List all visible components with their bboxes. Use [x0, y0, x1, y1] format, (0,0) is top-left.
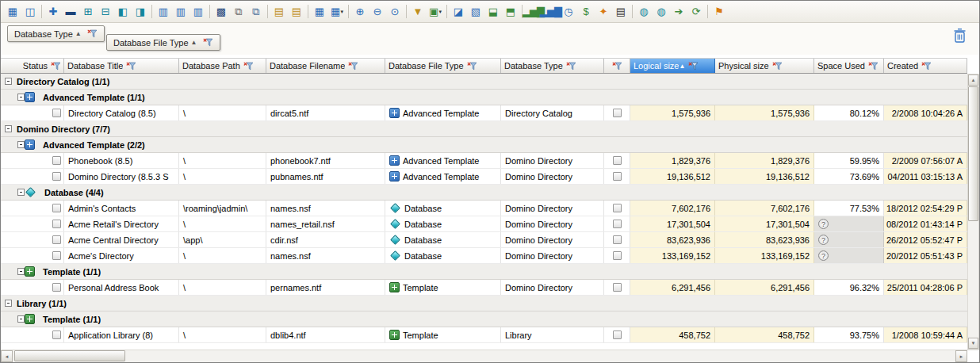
group-tab-database-type[interactable]: Database Type ▲ [7, 25, 105, 42]
table-row[interactable]: Application Library (8) \ dblib4.ntf Tem… [1, 327, 967, 343]
table-row[interactable]: Acme's Directory \ names.nsf Database Do… [1, 248, 967, 264]
trash-button[interactable] [951, 26, 968, 45]
row-checkbox[interactable] [52, 283, 61, 292]
row-checkbox[interactable] [52, 251, 61, 260]
scroll-left-button[interactable]: ◄ [1, 350, 13, 362]
collapse-toggle[interactable] [17, 94, 25, 101]
filter-icon[interactable] [612, 62, 622, 71]
split-view-icon[interactable]: ◫ [21, 3, 39, 21]
shift-right-icon[interactable]: ◨ [132, 3, 149, 21]
column-header-database-title[interactable]: Database Title [64, 59, 179, 73]
console-icon[interactable]: ▤ [612, 3, 630, 21]
filter-icon[interactable] [772, 62, 783, 71]
collapse-toggle[interactable] [5, 300, 12, 307]
row-checkbox[interactable] [52, 331, 61, 339]
freeze-columns-icon[interactable]: ▥ [155, 3, 172, 21]
flag-checkbox[interactable] [613, 156, 622, 165]
scroll-right-button[interactable]: ► [955, 350, 967, 362]
filter-icon[interactable] [348, 62, 358, 71]
table-row[interactable]: Phonebook (8.5) \ phonebook7.ntf Advance… [1, 153, 967, 169]
column-header-database-file-type[interactable]: Database File Type [385, 59, 501, 73]
column-header-database-filename[interactable]: Database Filename [266, 59, 385, 73]
table-row[interactable]: Personal Address Book \ pernames.ntf Tem… [1, 280, 967, 296]
flag-checkbox[interactable] [613, 251, 622, 260]
table-row[interactable]: Admin's Contacts \roaming\jadmin\ names.… [1, 201, 967, 216]
filter-icon[interactable] [868, 62, 879, 71]
collapse-toggle[interactable] [5, 125, 12, 132]
table-report-icon[interactable]: ▦ [311, 3, 328, 21]
table-row[interactable]: Advanced Template (2/2) [1, 137, 967, 153]
flag-checkbox[interactable] [613, 172, 622, 181]
column-header-status[interactable]: Status [1, 59, 64, 73]
vertical-scroll-thumb[interactable] [968, 86, 978, 221]
expand-all-icon[interactable]: ⊞ [79, 3, 97, 21]
table-row[interactable]: Directory Catalog (8.5) \ dircat5.ntf Ad… [1, 105, 967, 121]
refresh-icon[interactable]: ⟳ [687, 3, 705, 21]
flag-checkbox[interactable] [613, 204, 622, 212]
export-grid-icon[interactable]: ◪ [450, 3, 467, 21]
table-row[interactable]: Library (1/1) [1, 296, 967, 311]
table-row[interactable]: Database (4/4) [1, 185, 967, 201]
filter-icon[interactable] [566, 62, 576, 71]
send-icon[interactable]: ➔ [670, 3, 687, 21]
filter-funnel-icon[interactable]: ▼ [409, 3, 427, 21]
table-row[interactable]: Template (1/1) [1, 311, 967, 327]
row-checkbox[interactable] [52, 172, 61, 181]
copy-icon[interactable]: ⧉ [230, 3, 247, 21]
flag-checkbox[interactable] [613, 109, 622, 117]
flag-checkbox[interactable] [613, 220, 622, 228]
row-checkbox[interactable] [52, 109, 61, 117]
column-header-flag[interactable] [604, 59, 630, 73]
zoom-reset-icon[interactable]: ⊙ [386, 3, 404, 21]
shift-left-icon[interactable]: ◧ [114, 3, 132, 21]
add-icon[interactable]: ✚ [44, 3, 62, 21]
paste-icon[interactable]: ⧉ [247, 3, 265, 21]
chart-bars-alt-icon[interactable]: ▂▅▇ [542, 3, 560, 21]
table-row[interactable]: Template (1/1) [1, 264, 967, 280]
table-menu-icon[interactable]: ▦▾ [328, 3, 346, 21]
vertical-scroll-track[interactable]: ▲ ▼ [967, 74, 979, 350]
table-row[interactable]: Directory Catalog (1/1) [1, 74, 967, 90]
flag-checkbox[interactable] [613, 331, 622, 339]
table-row[interactable]: Acme Retail's Directory \ names_retail.n… [1, 216, 967, 232]
table-row[interactable]: Domino Directory (8.5.3 S \ pubnames.ntf… [1, 169, 967, 185]
folder-search-icon[interactable]: ▤ [270, 3, 288, 21]
image-menu-icon[interactable]: ▣▾ [427, 3, 444, 21]
zoom-in-icon[interactable]: ⊕ [351, 3, 369, 21]
filter-icon[interactable] [688, 62, 699, 71]
row-checkbox[interactable] [52, 204, 61, 212]
column-header-physical-size[interactable]: Physical size [715, 59, 814, 73]
column-header-logical-size[interactable]: Logical size ▲ [630, 59, 715, 73]
columns-layout-icon[interactable]: ▥ [172, 3, 189, 21]
row-checkbox[interactable] [52, 156, 61, 165]
filter-icon[interactable] [243, 62, 254, 71]
columns-wide-icon[interactable]: ▥ [189, 3, 207, 21]
scroll-up-button[interactable]: ▲ [968, 75, 978, 86]
flag-icon[interactable]: ⚑ [710, 3, 728, 21]
horizontal-scroll-thumb[interactable] [14, 350, 125, 361]
table-row[interactable]: Acme Central Directory \app\ cdir.nsf Da… [1, 232, 967, 248]
row-checkbox[interactable] [52, 235, 61, 244]
collapse-all-icon[interactable]: ⊟ [97, 3, 114, 21]
scroll-down-button[interactable]: ▼ [968, 338, 978, 349]
column-header-database-path[interactable]: Database Path [179, 59, 266, 73]
size-audit-icon[interactable]: $ [577, 3, 595, 21]
column-header-created[interactable]: Created [884, 59, 967, 73]
collapse-toggle[interactable] [17, 315, 25, 323]
table-row[interactable]: Domino Directory (7/7) [1, 121, 967, 137]
tools-icon[interactable]: ✦ [595, 3, 612, 21]
remove-icon[interactable]: ▬ [62, 3, 79, 21]
filter-icon[interactable] [203, 38, 213, 47]
doc-export-icon[interactable]: ⬓ [484, 3, 502, 21]
grid-view-icon[interactable]: ▦ [4, 3, 21, 21]
flag-checkbox[interactable] [613, 283, 622, 292]
flag-checkbox[interactable] [613, 235, 622, 244]
filter-icon[interactable] [51, 62, 61, 71]
zoom-out-icon[interactable]: ⊖ [369, 3, 386, 21]
table-row[interactable]: Advanced Template (1/1) [1, 90, 967, 105]
collapse-toggle[interactable] [17, 189, 25, 196]
filter-icon[interactable] [87, 29, 98, 38]
horizontal-scroll-track[interactable] [13, 350, 955, 362]
column-header-database-type[interactable]: Database Type [501, 59, 604, 73]
doc-import-icon[interactable]: ⬒ [502, 3, 519, 21]
